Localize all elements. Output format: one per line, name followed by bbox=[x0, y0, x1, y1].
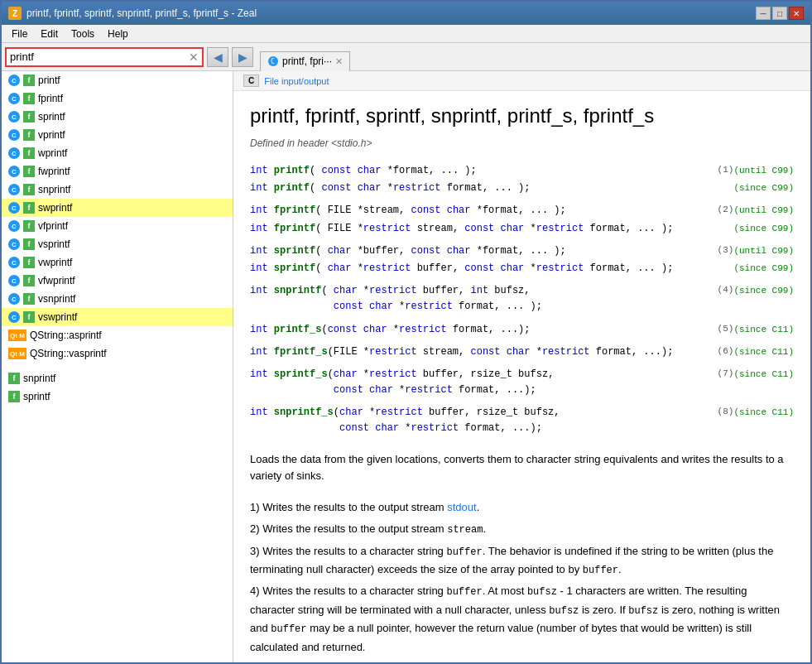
menu-help[interactable]: Help bbox=[101, 26, 135, 41]
sidebar: C f printf C f fprintf C f sprintf C f bbox=[2, 71, 233, 662]
sig-cell: int fprintf( FILE *stream, const char *f… bbox=[250, 202, 718, 219]
toolbar: ✕ ◀ ▶ C printf, fpri··· ✕ bbox=[2, 43, 810, 71]
tab-label: printf, fpri··· bbox=[282, 55, 332, 67]
tab-printf[interactable]: C printf, fpri··· ✕ bbox=[260, 51, 350, 71]
forward-button[interactable]: ▶ bbox=[232, 47, 253, 67]
list-item[interactable]: C f vprintf bbox=[2, 126, 233, 144]
tab-icon: C bbox=[267, 55, 279, 67]
table-row: int sprintf( char *buffer, const char *f… bbox=[250, 243, 794, 260]
page-title: printf, fprintf, sprintf, snprintf, prin… bbox=[250, 104, 794, 128]
sig-group-5: int printf_s(const char *restrict format… bbox=[250, 321, 794, 339]
list-item[interactable]: Qt M QString::vasprintf bbox=[2, 344, 233, 363]
stdout-link[interactable]: stdout bbox=[447, 501, 476, 513]
menu-tools[interactable]: Tools bbox=[65, 26, 101, 41]
menu-edit[interactable]: Edit bbox=[34, 26, 65, 41]
table-row: int fprintf( FILE *stream, const char *f… bbox=[250, 202, 794, 219]
sidebar-item-label: QString::vasprintf bbox=[30, 348, 107, 359]
svg-text:C: C bbox=[271, 58, 275, 65]
list-item[interactable]: C f snprintf bbox=[2, 180, 233, 199]
list-item: 3) Writes the results to a character str… bbox=[250, 542, 794, 580]
f-icon: f bbox=[23, 238, 35, 250]
table-row: int snprintf( char *restrict buffer, int… bbox=[250, 282, 794, 315]
breadcrumb-section[interactable]: File input/output bbox=[264, 76, 329, 86]
list-item[interactable]: Qt M QString::asprintf bbox=[2, 326, 233, 344]
c-icon: C bbox=[8, 311, 20, 323]
menu-file[interactable]: File bbox=[5, 26, 34, 41]
sig-cell: int snprintf( char *restrict buffer, int… bbox=[250, 282, 718, 315]
group-number: (4) bbox=[718, 282, 734, 315]
version-info: (until C99) bbox=[733, 162, 794, 180]
list-item[interactable]: C f swprintf bbox=[2, 199, 233, 217]
breadcrumb: C File input/output bbox=[233, 71, 810, 91]
sidebar-item-label: vfwprintf bbox=[38, 275, 75, 286]
list-item[interactable]: f sprintf bbox=[2, 387, 233, 406]
tab-close-button[interactable]: ✕ bbox=[335, 56, 343, 67]
version-info: (since C11) bbox=[733, 344, 794, 361]
list-item[interactable]: C f printf bbox=[2, 71, 233, 89]
f-icon: f bbox=[23, 93, 35, 104]
list-item: 1) Writes the results to the output stre… bbox=[250, 498, 794, 517]
version-info: (since C99) bbox=[733, 260, 794, 277]
list-item[interactable]: C f wprintf bbox=[2, 144, 233, 162]
c-icon: C bbox=[8, 129, 20, 141]
f-icon: f bbox=[8, 391, 20, 402]
group-number: (1) bbox=[718, 162, 734, 180]
search-input[interactable] bbox=[10, 51, 189, 63]
sig-cell: int printf( const char *format, ... ); bbox=[250, 162, 718, 180]
group-number: (7) bbox=[718, 366, 734, 399]
breadcrumb-lang: C bbox=[243, 75, 259, 87]
list-item[interactable]: C f vsnprintf bbox=[2, 290, 233, 308]
sidebar-item-label: sprintf bbox=[23, 391, 50, 402]
list-item[interactable]: C f vwprintf bbox=[2, 253, 233, 272]
list-item[interactable]: C f fwprintf bbox=[2, 162, 233, 180]
c-icon: C bbox=[8, 111, 20, 123]
main-area: C f printf C f fprintf C f sprintf C f bbox=[2, 71, 810, 662]
sidebar-item-label: snprintf bbox=[23, 373, 55, 384]
f-icon: f bbox=[23, 147, 35, 159]
list-item[interactable]: f snprintf bbox=[2, 369, 233, 387]
sidebar-item-label: wprintf bbox=[38, 147, 67, 159]
list-item: 5-8) Same as (1-4), except that the foll… bbox=[250, 660, 794, 662]
f-icon: f bbox=[8, 373, 20, 384]
list-item[interactable]: C f sprintf bbox=[2, 108, 233, 126]
search-clear-button[interactable]: ✕ bbox=[189, 51, 199, 64]
group-number bbox=[718, 260, 734, 277]
sig-group-7: int sprintf_s(char *restrict buffer, rsi… bbox=[250, 366, 794, 399]
list-item[interactable]: C f vfprintf bbox=[2, 217, 233, 235]
f-icon: f bbox=[23, 184, 35, 195]
sidebar-item-label: printf bbox=[38, 75, 60, 86]
sig-cell: int printf_s(const char *restrict format… bbox=[250, 321, 718, 339]
f-icon: f bbox=[23, 293, 35, 305]
version-info: (since C99) bbox=[733, 282, 794, 315]
minimize-button[interactable]: ─ bbox=[756, 7, 771, 20]
list-item[interactable]: C f vswprintf bbox=[2, 308, 233, 326]
list-item[interactable]: C f vfwprintf bbox=[2, 272, 233, 290]
table-row: int printf( const char *restrict format,… bbox=[250, 180, 794, 197]
table-row: int printf_s(const char *restrict format… bbox=[250, 321, 794, 339]
close-button[interactable]: ✕ bbox=[789, 7, 804, 20]
table-row: int fprintf( FILE *restrict stream, cons… bbox=[250, 220, 794, 238]
group-number: (8) bbox=[718, 404, 734, 437]
qt-icon: Qt M bbox=[8, 330, 26, 341]
title-bar-left: Z printf, fprintf, sprintf, snprintf, pr… bbox=[8, 7, 257, 20]
table-row: int sprintf( char *restrict buffer, cons… bbox=[250, 260, 794, 277]
back-button[interactable]: ◀ bbox=[207, 47, 228, 67]
sig-cell: int sprintf_s(char *restrict buffer, rsi… bbox=[250, 366, 718, 399]
version-info: (until C99) bbox=[733, 243, 794, 260]
sidebar-item-label: vsnprintf bbox=[38, 293, 75, 305]
list-item[interactable]: C f vsprintf bbox=[2, 235, 233, 253]
maximize-button[interactable]: □ bbox=[772, 7, 787, 20]
table-row: int printf( const char *format, ... ); (… bbox=[250, 162, 794, 180]
menu-bar: File Edit Tools Help bbox=[2, 25, 810, 43]
list-item: 2) Writes the results to the output stre… bbox=[250, 520, 794, 538]
window-title: printf, fprintf, sprintf, snprintf, prin… bbox=[26, 7, 257, 19]
version-info: (since C11) bbox=[733, 366, 794, 399]
main-window: Z printf, fprintf, sprintf, snprintf, pr… bbox=[0, 0, 812, 664]
c-icon: C bbox=[8, 93, 20, 104]
sig-group-6: int fprintf_s(FILE *restrict stream, con… bbox=[250, 344, 794, 361]
sidebar-item-label: fwprintf bbox=[38, 166, 70, 177]
table-row: int fprintf_s(FILE *restrict stream, con… bbox=[250, 344, 794, 361]
list-item[interactable]: C f fprintf bbox=[2, 89, 233, 108]
group-number: (6) bbox=[718, 344, 734, 361]
defined-in: Defined in header <stdio.h> bbox=[250, 137, 794, 149]
